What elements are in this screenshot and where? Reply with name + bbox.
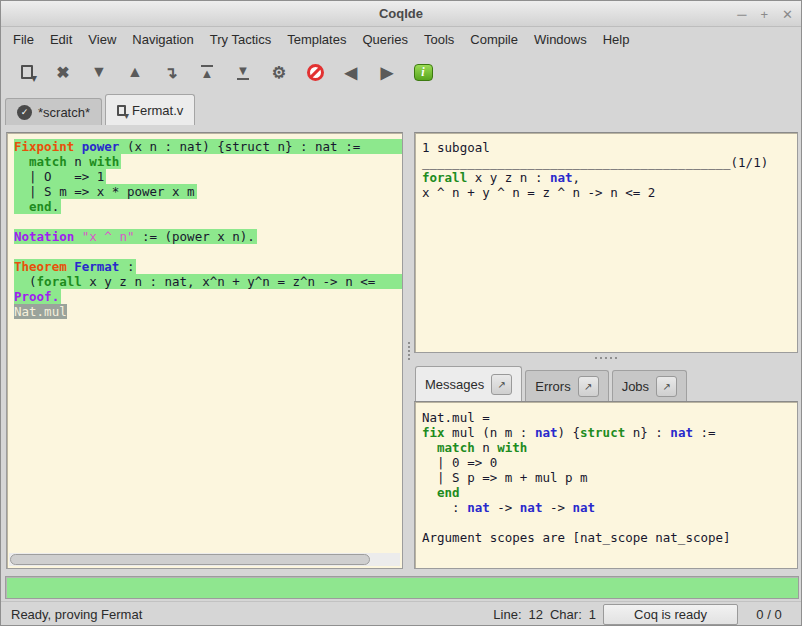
script-editor-pane[interactable]: Fixpoint power (x n : nat) {struct n} : …: [6, 132, 403, 569]
info-button[interactable]: i: [405, 55, 441, 89]
code-token: with: [497, 440, 527, 455]
code-token: mul (n m :: [445, 425, 535, 440]
code-line[interactable]: | O => 1: [14, 169, 402, 184]
code-token: Argument scopes are [nat_scope nat_scope…: [422, 530, 731, 545]
save-button[interactable]: [9, 55, 45, 89]
script-editor[interactable]: Fixpoint power (x n : nat) {struct n} : …: [7, 133, 402, 553]
messages-pane[interactable]: Nat.mul =fix mul (n m : nat) {struct n} …: [414, 401, 798, 569]
code-token: [14, 154, 29, 169]
menu-navigation[interactable]: Navigation: [124, 30, 201, 49]
code-token: | S p => m + mul p m: [422, 470, 588, 485]
code-line: Argument scopes are [nat_scope nat_scope…: [422, 530, 797, 545]
messages-view: Nat.mul =fix mul (n m : nat) {struct n} …: [415, 402, 797, 545]
code-token: struct: [580, 425, 625, 440]
coq-state-indicator: Coq is ready: [603, 604, 738, 625]
tab-scratch[interactable]: ✓ *scratch*: [5, 98, 102, 125]
title-bar[interactable]: CoqIde ─ + ✕: [1, 1, 801, 27]
menu-templates[interactable]: Templates: [279, 30, 354, 49]
menu-edit[interactable]: Edit: [42, 30, 80, 49]
tab-jobs-label: Jobs: [622, 379, 649, 394]
code-line[interactable]: Proof.: [14, 289, 402, 304]
close-icon[interactable]: ✕: [782, 7, 793, 22]
maximize-icon[interactable]: +: [761, 7, 769, 22]
next-button[interactable]: ▶: [369, 55, 405, 89]
restart-button[interactable]: ▲: [189, 55, 225, 89]
tab-scratch-label: *scratch*: [38, 105, 90, 120]
up-arrow-icon: ▲: [127, 63, 143, 81]
menu-queries[interactable]: Queries: [354, 30, 416, 49]
code-token: end: [437, 485, 460, 500]
code-line[interactable]: Nat.mul: [14, 304, 402, 319]
code-token: Fermat: [74, 259, 119, 274]
minimize-icon[interactable]: ─: [737, 7, 746, 22]
menu-help[interactable]: Help: [595, 30, 638, 49]
code-line[interactable]: end.: [14, 199, 402, 214]
code-token: [422, 485, 437, 500]
tab-fermat[interactable]: Fermat.v: [105, 94, 195, 125]
detach-icon[interactable]: ↗: [656, 376, 677, 397]
code-token: :=: [693, 425, 716, 440]
code-token: forall: [37, 274, 82, 289]
detach-icon[interactable]: ↗: [578, 376, 599, 397]
coqide-window: CoqIde ─ + ✕ File Edit View Navigation T…: [0, 0, 802, 626]
menu-tools[interactable]: Tools: [416, 30, 462, 49]
menu-view[interactable]: View: [80, 30, 124, 49]
goal-view: 1 subgoal_______________________________…: [415, 133, 797, 200]
code-token: fix: [422, 425, 445, 440]
code-token: .: [52, 199, 60, 214]
code-line[interactable]: Theorem Fermat :: [14, 259, 402, 274]
code-line: x ^ n + y ^ n = z ^ n -> n <= 2: [422, 185, 797, 200]
code-token: nat: [535, 425, 558, 440]
code-token: "x ^ n": [82, 229, 135, 244]
code-line: Nat.mul =: [422, 410, 797, 425]
menu-windows[interactable]: Windows: [526, 30, 595, 49]
code-token: Proof.: [14, 289, 59, 304]
code-line: | 0 => 0: [422, 455, 797, 470]
char-value: 1: [589, 607, 596, 622]
code-line[interactable]: | S m => x * power x m: [14, 184, 402, 199]
tab-errors-label: Errors: [535, 379, 570, 394]
code-line: : nat -> nat -> nat: [422, 500, 797, 515]
tab-messages[interactable]: Messages ↗: [415, 366, 522, 401]
code-token: with: [89, 154, 119, 169]
detach-icon[interactable]: ↗: [491, 374, 512, 395]
step-forward-button[interactable]: ▼: [81, 55, 117, 89]
run-to-end-button[interactable]: ▼: [225, 55, 261, 89]
goals-pane[interactable]: 1 subgoal_______________________________…: [414, 132, 798, 353]
interrupt-button[interactable]: [297, 55, 333, 89]
close-button[interactable]: ✖: [45, 55, 81, 89]
right-column: 1 subgoal_______________________________…: [414, 131, 798, 571]
settings-button[interactable]: ⚙: [261, 55, 297, 89]
tab-jobs[interactable]: Jobs ↗: [612, 370, 687, 401]
menu-compile[interactable]: Compile: [462, 30, 526, 49]
step-backward-button[interactable]: ▲: [117, 55, 153, 89]
code-line: ________________________________________…: [422, 155, 797, 170]
menu-try-tactics[interactable]: Try Tactics: [202, 30, 279, 49]
code-line: end: [422, 485, 797, 500]
previous-button[interactable]: ◀: [333, 55, 369, 89]
vertical-splitter[interactable]: [403, 131, 414, 571]
close-x-icon: ✖: [56, 63, 69, 82]
code-token: x y z n : nat, x^n + y^n = z^n -> n <=: [82, 274, 376, 289]
code-token: n} :: [625, 425, 670, 440]
go-to-cursor-button[interactable]: ↴: [153, 55, 189, 89]
menu-file[interactable]: File: [5, 30, 42, 49]
down-arrow-icon: ▼: [91, 63, 107, 81]
code-token: Theorem: [14, 259, 67, 274]
code-line[interactable]: match n with: [14, 154, 402, 169]
code-line[interactable]: Fixpoint power (x n : nat) {struct n} : …: [14, 139, 402, 154]
code-token: x y z n :: [467, 170, 550, 185]
horizontal-splitter[interactable]: [414, 353, 798, 363]
code-line[interactable]: [14, 214, 402, 229]
code-line: fix mul (n m : nat) {struct n} : nat :=: [422, 425, 797, 440]
code-token: ) {: [557, 425, 580, 440]
scrollbar-thumb[interactable]: [10, 554, 370, 565]
tab-errors[interactable]: Errors ↗: [525, 370, 608, 401]
code-line[interactable]: [14, 244, 402, 259]
code-line[interactable]: (forall x y z n : nat, x^n + y^n = z^n -…: [14, 274, 402, 289]
code-token: [74, 139, 82, 154]
code-line[interactable]: Notation "x ^ n" := (power x n).: [14, 229, 402, 244]
code-token: end: [29, 199, 52, 214]
horizontal-scrollbar[interactable]: [9, 553, 400, 566]
code-line: [422, 515, 797, 530]
